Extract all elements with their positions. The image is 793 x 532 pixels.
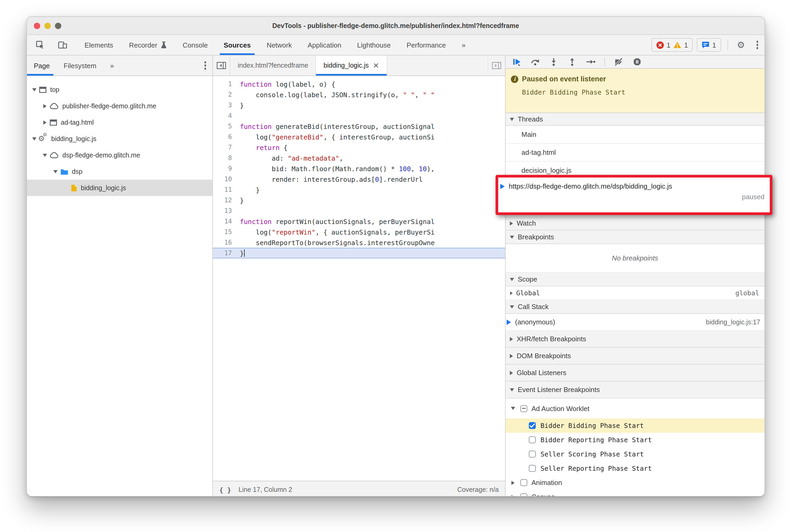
- line-number[interactable]: 15: [213, 228, 237, 235]
- elb-category-ad-auction-worklet[interactable]: Ad Auction Worklet: [506, 398, 764, 418]
- disclosure-arrow-icon[interactable]: [510, 480, 516, 485]
- line-number[interactable]: 8: [213, 154, 237, 162]
- inspect-icon[interactable]: [33, 38, 47, 52]
- more-navigator-tabs-chevron[interactable]: »: [103, 55, 121, 76]
- line-number[interactable]: 12: [213, 196, 237, 204]
- tab-lighthouse[interactable]: Lighthouse: [349, 35, 399, 55]
- disclosure-arrow-icon[interactable]: [42, 104, 48, 108]
- call-stack-frame-row[interactable]: (anonymous) bidding_logic.js:17: [506, 314, 764, 331]
- tab-elements[interactable]: Elements: [77, 35, 121, 55]
- section-scope[interactable]: Scope: [506, 272, 764, 286]
- deactivate-breakpoints-icon[interactable]: [612, 55, 625, 69]
- section-event-listener-breakpoints[interactable]: Event Listener Breakpoints: [506, 381, 764, 398]
- disclosure-arrow-icon[interactable]: [31, 137, 38, 140]
- elb-item-seller-scoring-phase-start[interactable]: Seller Scoring Phase Start: [506, 447, 764, 461]
- tab-performance[interactable]: Performance: [399, 35, 454, 55]
- section-breakpoints[interactable]: Breakpoints: [506, 230, 764, 244]
- tab-sources[interactable]: Sources: [216, 35, 259, 55]
- line-number[interactable]: 9: [213, 165, 237, 172]
- show-debugger-icon[interactable]: [488, 55, 505, 76]
- tree-item-top[interactable]: top: [27, 81, 212, 98]
- line-number[interactable]: 17: [213, 249, 237, 257]
- tab-label: Sources: [224, 41, 251, 49]
- disclosure-arrow-icon[interactable]: [31, 88, 38, 91]
- tab-recorder[interactable]: Recorder: [121, 35, 175, 55]
- paused-thread-url[interactable]: https://dsp-fledge-demo.glitch.me/dsp/bi…: [509, 182, 672, 190]
- line-number[interactable]: 10: [213, 175, 237, 183]
- section-call-stack[interactable]: Call Stack: [506, 300, 764, 314]
- tree-item-bidding-logic-js[interactable]: bidding_logic.js: [27, 179, 212, 196]
- pretty-print-icon[interactable]: { }: [219, 486, 231, 494]
- step-icon[interactable]: [584, 55, 598, 69]
- close-tab-icon[interactable]: ✕: [373, 61, 379, 70]
- section-threads[interactable]: Threads: [506, 113, 764, 126]
- section-watch[interactable]: Watch: [506, 216, 764, 230]
- pause-on-exceptions-icon[interactable]: [630, 55, 644, 69]
- line-number[interactable]: 16: [213, 239, 237, 246]
- errors-warnings-badge[interactable]: 1 1: [652, 38, 693, 52]
- elb-item-bidder-bidding-phase-start[interactable]: Bidder Bidding Phase Start: [506, 418, 764, 433]
- tree-item-dsp-fledge-demo-glitch-me[interactable]: dsp-fledge-demo.glitch.me: [27, 147, 212, 163]
- checkbox[interactable]: [529, 465, 536, 472]
- zoom-window-button[interactable]: [55, 22, 61, 29]
- tree-item-bidding-logic-js[interactable]: ⚙⚙bidding_logic.js: [27, 131, 212, 147]
- hide-navigator-icon[interactable]: [213, 55, 230, 76]
- tab--[interactable]: »: [454, 35, 473, 55]
- step-over-icon[interactable]: [528, 55, 542, 69]
- info-icon: i: [511, 75, 518, 83]
- line-number[interactable]: 3: [213, 101, 237, 109]
- disclosure-arrow-icon[interactable]: [510, 407, 516, 410]
- section-global-listeners[interactable]: Global Listeners: [506, 364, 764, 381]
- more-options-kebab-icon[interactable]: [756, 41, 758, 49]
- tab-network[interactable]: Network: [259, 35, 300, 55]
- line-number[interactable]: 1: [213, 80, 237, 88]
- disclosure-arrow-icon[interactable]: [42, 120, 48, 125]
- line-number[interactable]: 6: [213, 133, 237, 140]
- line-number[interactable]: 11: [213, 186, 237, 193]
- elb-item-seller-reporting-phase-start[interactable]: Seller Reporting Phase Start: [506, 461, 764, 475]
- device-toolbar-icon[interactable]: [55, 38, 69, 52]
- tab-application[interactable]: Application: [300, 35, 349, 55]
- minimize-window-button[interactable]: [44, 22, 51, 29]
- elb-category-canvas[interactable]: Canvas: [506, 490, 764, 497]
- step-out-icon[interactable]: [565, 55, 579, 69]
- line-number[interactable]: 13: [213, 207, 237, 214]
- code-line: 8 ad: "ad-metadata",: [213, 153, 505, 163]
- tree-item-dsp[interactable]: dsp: [27, 163, 212, 179]
- checkbox[interactable]: [521, 405, 527, 412]
- line-number[interactable]: 7: [213, 144, 237, 151]
- checkbox[interactable]: [521, 493, 527, 497]
- tab-console[interactable]: Console: [175, 35, 215, 55]
- disclosure-arrow-icon[interactable]: [510, 495, 516, 497]
- checkbox[interactable]: [529, 436, 536, 443]
- issues-badge[interactable]: 1: [697, 38, 721, 52]
- line-number[interactable]: 5: [213, 122, 237, 130]
- line-number[interactable]: 2: [213, 91, 237, 98]
- scope-global-row[interactable]: Global global: [506, 286, 764, 300]
- disclosure-arrow-icon[interactable]: [42, 153, 48, 157]
- code-editor[interactable]: 1function log(label, o) {2 console.log(l…: [213, 76, 505, 484]
- section-dom-breakpoints[interactable]: DOM Breakpoints: [506, 348, 764, 364]
- tree-item-ad-tag-html[interactable]: ad-tag.html: [27, 114, 212, 131]
- tab-page[interactable]: Page: [27, 55, 57, 76]
- line-number[interactable]: 4: [213, 112, 237, 119]
- line-number[interactable]: 14: [213, 218, 237, 225]
- thread-row-Main[interactable]: Main: [506, 126, 764, 144]
- navigator-kebab-icon[interactable]: [196, 55, 206, 76]
- elb-category-animation[interactable]: Animation: [506, 475, 764, 490]
- disclosure-arrow-icon[interactable]: [52, 170, 59, 173]
- editor-tab-bidding-logic[interactable]: bidding_logic.js✕: [316, 55, 387, 76]
- section-xhr-breakpoints[interactable]: XHR/fetch Breakpoints: [506, 331, 764, 348]
- settings-gear-icon[interactable]: ⚙: [734, 38, 748, 52]
- close-window-button[interactable]: [34, 22, 40, 29]
- thread-row-ad-tag-html[interactable]: ad-tag.html: [506, 144, 764, 162]
- checkbox[interactable]: [529, 422, 536, 429]
- checkbox[interactable]: [521, 479, 527, 486]
- elb-item-bidder-reporting-phase-start[interactable]: Bidder Reporting Phase Start: [506, 433, 764, 447]
- step-into-icon[interactable]: [547, 55, 561, 69]
- tree-item-publisher-fledge-demo-glitch-me[interactable]: publisher-fledge-demo.glitch.me: [27, 98, 212, 114]
- editor-tab-index-html[interactable]: index.html?fencedframe: [230, 55, 316, 76]
- resume-script-icon[interactable]: [510, 55, 524, 69]
- checkbox[interactable]: [529, 451, 536, 457]
- tab-filesystem[interactable]: Filesystem: [57, 55, 103, 76]
